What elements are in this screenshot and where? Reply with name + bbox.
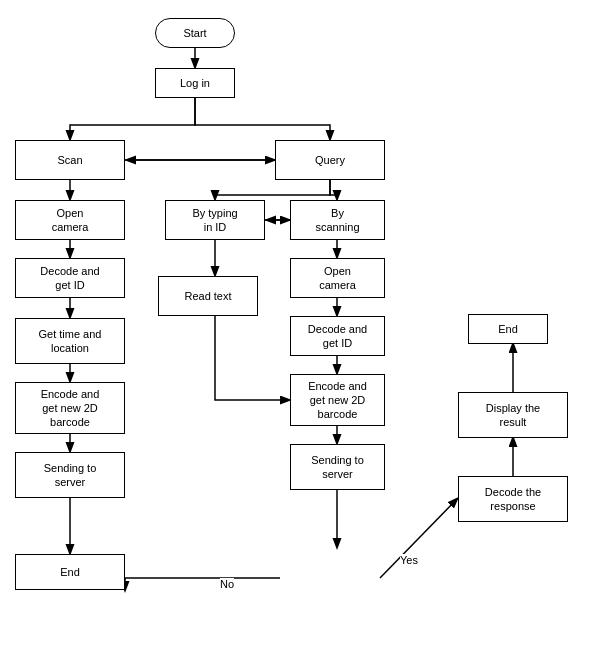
by-typing-node: By typingin ID	[165, 200, 265, 240]
get-response-diamond: Get response?	[262, 535, 392, 605]
by-scanning-node: Byscanning	[290, 200, 385, 240]
end2-label: End	[498, 322, 518, 336]
login-label: Log in	[180, 76, 210, 90]
sending2-node: Sending toserver	[290, 444, 385, 490]
encode-2d1-node: Encode andget new 2Dbarcode	[15, 382, 125, 434]
start-node: Start	[155, 18, 235, 48]
login-node: Log in	[155, 68, 235, 98]
get-time-loc-node: Get time andlocation	[15, 318, 125, 364]
decode-get-id1-node: Decode andget ID	[15, 258, 125, 298]
decode-response-node: Decode theresponse	[458, 476, 568, 522]
read-text-node: Read text	[158, 276, 258, 316]
display-result-node: Display theresult	[458, 392, 568, 438]
open-camera1-node: Opencamera	[15, 200, 125, 240]
end1-node: End	[15, 554, 125, 590]
display-result-label: Display theresult	[486, 401, 540, 430]
get-time-loc-label: Get time andlocation	[39, 327, 102, 356]
decode-get-id2-node: Decode andget ID	[290, 316, 385, 356]
encode-2d1-label: Encode andget new 2Dbarcode	[41, 387, 100, 430]
open-camera2-node: Opencamera	[290, 258, 385, 298]
yes-label: Yes	[400, 554, 418, 567]
encode-2d2-label: Encode andget new 2Dbarcode	[308, 379, 367, 422]
scan-node: Scan	[15, 140, 125, 180]
scan-label: Scan	[57, 153, 82, 167]
decode-get-id2-label: Decode andget ID	[308, 322, 367, 351]
end2-node: End	[468, 314, 548, 344]
open-camera1-label: Opencamera	[52, 206, 89, 235]
query-node: Query	[275, 140, 385, 180]
encode-2d2-node: Encode andget new 2Dbarcode	[290, 374, 385, 426]
flowchart-diagram: Start Log in Scan Query Opencamera By ty…	[0, 0, 600, 664]
by-scanning-label: Byscanning	[315, 206, 359, 235]
decode-response-label: Decode theresponse	[485, 485, 541, 514]
start-label: Start	[183, 26, 206, 40]
no-label: No	[220, 578, 234, 591]
sending1-label: Sending toserver	[44, 461, 97, 490]
by-typing-label: By typingin ID	[192, 206, 237, 235]
sending1-node: Sending toserver	[15, 452, 125, 498]
decode-get-id1-label: Decode andget ID	[40, 264, 99, 293]
query-label: Query	[315, 153, 345, 167]
end1-label: End	[60, 565, 80, 579]
read-text-label: Read text	[184, 289, 231, 303]
open-camera2-label: Opencamera	[319, 264, 356, 293]
sending2-label: Sending toserver	[311, 453, 364, 482]
